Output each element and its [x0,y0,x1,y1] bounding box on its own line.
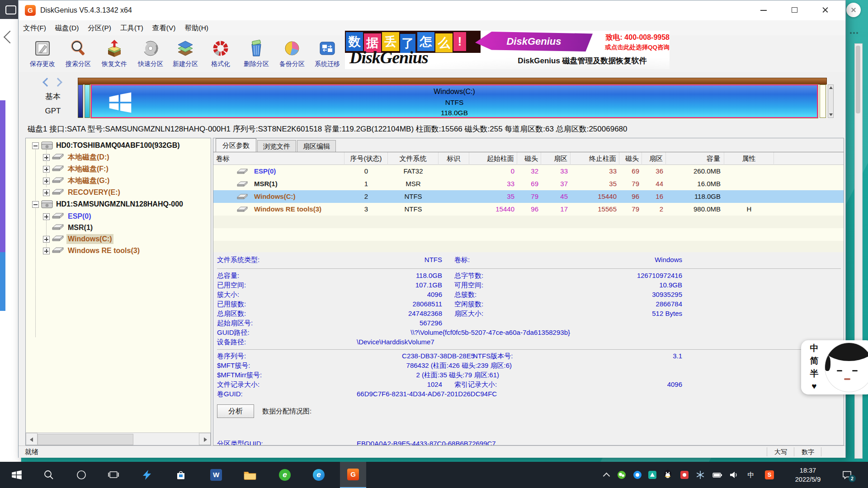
scrollbar-thumb[interactable] [38,434,133,445]
tree-item-local-f[interactable]: 本地磁盘(F:) [26,163,211,175]
tab-browse-files[interactable]: 浏览文件 [257,140,296,152]
close-button[interactable] [814,0,836,19]
collapse-icon[interactable] [32,201,39,208]
taskbar-search-button[interactable] [36,462,62,488]
menu-file[interactable]: 文件(F) [23,20,46,35]
tree-item-windows-c[interactable]: Windows(C:) [26,233,211,245]
action-center-button[interactable]: 2 [842,469,853,480]
delete-partition-button[interactable]: 删除分区 [239,38,274,71]
tab-partition-params[interactable]: 分区参数 [216,138,256,152]
expand-icon[interactable] [43,189,50,196]
collapse-icon[interactable] [32,142,39,149]
detail-value: \\?\Volume{fcf0fc5b-5207-47ce-a60a-7da61… [227,328,570,337]
pie-icon [283,39,301,57]
table-row[interactable]: MSR(1) 1 MSR 33 69 37 35 79 44 16.0MB [213,178,844,190]
expand-icon[interactable] [43,213,50,220]
pinned-app-word[interactable]: W [203,462,229,488]
pinned-app-store[interactable] [168,462,194,488]
scroll-right-button[interactable] [199,433,211,445]
separator [217,268,841,269]
tree-horizontal-scrollbar[interactable] [26,432,211,446]
backup-partition-button[interactable]: 备份分区 [275,38,309,71]
detail-value: 66D9C7F6-8231-4D34-AD67-201D26DC94FC [357,389,497,399]
recover-files-button[interactable]: 恢复文件 [97,38,132,71]
new-partition-button[interactable]: 新建分区 [168,38,203,71]
sogou-icon[interactable]: S [764,469,775,480]
tree-item-hd1[interactable]: HD1:SAMSUNGMZNLN128HAHQ-000 [26,198,211,210]
file-explorer-button[interactable] [237,462,263,488]
background-scrollbar[interactable] [854,43,863,459]
tray-app-blue-icon[interactable] [632,469,643,480]
tab-sector-edit[interactable]: 扇区编辑 [297,140,336,152]
expand-icon[interactable] [43,236,50,243]
promo-banner[interactable]: 数 据 丢 了 怎 么 ! DiskGenius 致电: 400-008-995… [345,31,670,69]
tree-item-local-g[interactable]: 本地磁盘(G:) [26,175,211,187]
pinned-app-bolt[interactable] [134,462,160,488]
background-scrollbar-thumb[interactable] [856,46,860,113]
table-row-selected[interactable]: Windows(C:) 2 NTFS 35 79 45 15440 96 16 … [213,190,844,203]
partition-icon [52,153,64,160]
pinned-app-browser-green[interactable]: e [272,462,298,488]
partition-block-esp[interactable] [78,84,83,118]
search-partition-button[interactable]: 搜索分区 [61,38,95,71]
pinned-app-edge[interactable]: e [306,462,332,488]
scroll-left-button[interactable] [26,433,38,445]
detail-row: 文件系统类型: NTFS 卷标: Windows [213,255,844,264]
menu-help[interactable]: 帮助(H) [184,20,208,35]
expand-icon[interactable] [43,154,50,161]
tree-item-local-d[interactable]: 本地磁盘(D:) [26,151,211,163]
menu-disk[interactable]: 磁盘(D) [55,20,79,35]
expand-icon[interactable] [43,166,50,173]
scroll-down-icon[interactable] [829,113,833,116]
start-button[interactable] [4,462,30,488]
task-view-button[interactable] [100,462,127,488]
tree-item-windows-re[interactable]: Windows RE tools(3) [26,245,211,257]
tree-item-hd0[interactable]: HD0:TOSHIBAMQ04ABF100(932GB) [26,140,211,151]
taskbar-diskgenius-active[interactable]: G [340,462,366,488]
partition-bar-section: 基本 GPT Windows(C:) NTFS 118.0GB [19,72,845,120]
partition-block-re-tools[interactable] [820,84,826,118]
cortana-button[interactable] [68,462,94,488]
volume-icon[interactable] [729,469,740,480]
tray-expand-button[interactable] [601,469,612,480]
table-row[interactable]: Windows RE tools(3) 3 NTFS 15440 96 17 1… [213,203,844,216]
tray-wechat-icon[interactable] [616,469,627,480]
scroll-up-icon[interactable] [829,86,833,89]
partition-size: 118.0GB [92,108,817,118]
expand-icon[interactable] [43,178,50,184]
minimize-button[interactable] [753,0,774,19]
taskbar-clock[interactable]: 18:37 2022/5/9 [783,466,833,484]
detail-value: Windows [467,255,682,264]
battery-icon[interactable] [712,469,723,480]
menu-tools[interactable]: 工具(T) [120,20,143,35]
analyze-button[interactable]: 分析 [217,404,254,418]
partition-icon [52,212,64,220]
maximize-button[interactable] [783,0,805,19]
tree-item-recovery-e[interactable]: RECOVERY(E:) [26,187,211,198]
ime-indicator[interactable]: 中 [745,469,756,480]
partition-block-msr[interactable] [85,84,90,118]
disk-header-strip[interactable] [78,78,827,84]
partition-block-windows-c[interactable]: Windows(C:) NTFS 118.0GB [91,84,818,118]
tree-item-esp[interactable]: ESP(0) [26,211,211,222]
desktop-blue-accent [0,252,5,311]
menu-partition[interactable]: 分区(P) [88,20,111,35]
expand-icon[interactable] [43,248,50,254]
format-button[interactable]: 格式化 [203,38,238,71]
tray-app-red-icon[interactable] [679,469,690,480]
save-changes-button[interactable]: 保存更改 [25,38,60,71]
menu-view[interactable]: 查看(V) [152,20,176,35]
tree-item-msr[interactable]: MSR(1) [26,222,211,234]
table-row[interactable]: ESP(0) 0 FAT32 0 32 33 33 69 36 260.0MB [213,165,844,178]
disk-next-icon[interactable] [53,78,62,87]
tray-snowflake-icon[interactable] [695,469,706,480]
floating-close-button[interactable] [846,3,861,17]
tray-qq-icon[interactable] [662,469,673,480]
disk-prev-icon[interactable] [42,78,52,87]
quick-partition-button[interactable]: 快速分区 [133,38,168,71]
disk-bar-scrollbar[interactable] [828,84,834,118]
more-options-icon[interactable] [850,31,862,35]
tray-app-teal-icon[interactable] [647,469,658,480]
banner-qq[interactable]: 或点击此处选择QQ咨询 [593,43,670,52]
system-migrate-button[interactable]: 系统迁移 [310,38,344,71]
